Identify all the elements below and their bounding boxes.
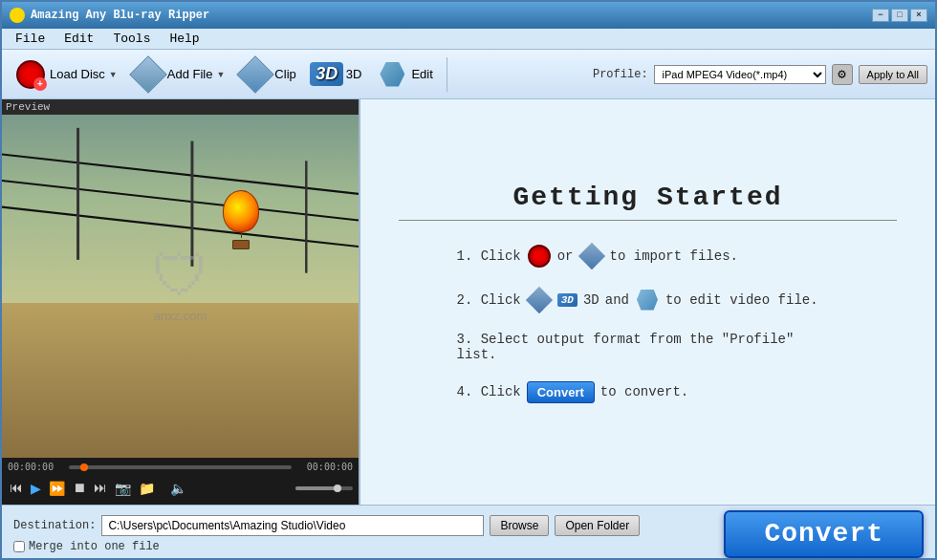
clip-label: Clip [274,67,295,81]
3d-badge: 3D [310,62,343,86]
step-2-edit-icon [635,288,660,312]
step-2-text: to edit video file. [665,292,839,308]
merge-checkbox[interactable] [13,541,25,552]
play-button[interactable]: ▶ [29,476,43,501]
skip-back-button[interactable]: ⏮ [8,479,25,498]
volume-slider[interactable] [295,486,353,490]
time-slider-row: 00:00:00 00:00:00 [8,462,353,472]
mute-button[interactable]: 🔈 [168,479,188,499]
load-disc-label: Load Disc [50,67,105,81]
load-disc-icon [15,59,46,90]
app-title: Amazing Any Blu-ray Ripper [31,9,872,22]
merge-label: Merge into one file [29,540,160,553]
folder-button[interactable]: 📁 [137,479,157,499]
title-bar: Amazing Any Blu-ray Ripper − □ × [2,2,935,29]
getting-started-title: Getting Started [512,183,782,212]
balloon-basket [232,240,250,249]
clip-icon-small [526,286,553,312]
step-3: 3. Select output format from the "Profil… [457,332,839,362]
clip-icon [240,59,271,90]
preview-label: Preview [2,99,359,115]
next-frame-button[interactable]: ⏭ [92,479,109,498]
menu-help[interactable]: Help [160,30,208,48]
left-bottom-area: Destination: Browse Open Folder Merge in… [13,515,716,553]
destination-path-input[interactable] [101,515,484,536]
restore-button[interactable]: □ [891,9,908,22]
preview-panel: Preview 🛡 anxz.com [2,99,360,505]
main-content: Preview 🛡 anxz.com [2,99,935,505]
title-underline [399,220,897,221]
profile-select[interactable]: iPad MPEG4 Video(*.mp4) [654,65,826,84]
step-1-num: 1. Click [457,248,521,264]
convert-button[interactable]: Convert [724,510,924,558]
edit-icon-small [637,290,658,311]
close-button[interactable]: × [910,9,927,22]
load-disc-button[interactable]: Load Disc ▼ [10,55,123,94]
disc-icon-small [528,245,551,268]
convert-inline-button[interactable]: Convert [527,381,595,403]
settings-button[interactable]: ⚙ [832,64,853,85]
apply-all-button[interactable]: Apply to All [859,65,927,84]
fast-forward-button[interactable]: ⏩ [47,479,67,499]
seek-bar[interactable] [69,465,292,469]
step-4-num: 4. Click [457,384,521,399]
edit-button[interactable]: Edit [371,55,438,94]
balloon-body [223,190,259,232]
minimize-button[interactable]: − [872,9,889,22]
destination-label: Destination: [13,519,96,532]
playback-bar: 00:00:00 00:00:00 ⏮ ▶ ⏩ ⏹ ⏭ 📷 📁 🔈 [2,458,359,505]
right-panel: Getting Started 1. Click or to import fi… [360,99,935,505]
destination-row: Destination: Browse Open Folder [13,515,716,536]
profile-label: Profile: [593,68,648,81]
add-file-button[interactable]: Add File ▼ [127,55,231,94]
step-1-file-icon [579,244,604,269]
volume-thumb[interactable] [334,485,341,492]
open-folder-button[interactable]: Open Folder [555,515,640,536]
seek-thumb[interactable] [80,463,88,471]
window-controls: − □ × [872,9,927,22]
menu-file[interactable]: File [6,30,54,48]
snapshot-button[interactable]: 📷 [113,479,133,499]
toolbar: Load Disc ▼ Add File ▼ Clip 3D 3D Edit P… [2,50,935,99]
merge-row: Merge into one file [13,540,716,553]
step-2-and: and [605,292,629,308]
load-disc-arrow: ▼ [109,70,118,79]
profile-area: Profile: iPad MPEG4 Video(*.mp4) ⚙ Apply… [593,64,927,85]
step-2-3d-icon: 3D [557,293,577,307]
clip-diamond-icon [237,55,275,94]
3d-button[interactable]: 3D 3D [306,55,368,94]
power-lines [2,115,359,458]
app-icon [10,8,25,23]
edit-label: Edit [411,67,432,81]
diamond-icon-small [577,242,604,269]
step-2-clip-icon [527,288,552,312]
3d-label: 3D [346,67,362,81]
add-file-arrow: ▼ [216,70,225,79]
step-1-disc-icon [527,244,552,269]
preview-video: 🛡 anxz.com [2,115,359,458]
step-1-text: to import files. [610,248,839,264]
menu-tools[interactable]: Tools [103,30,160,48]
add-file-label: Add File [167,67,213,81]
disc-icon [16,60,45,89]
step-3-text: 3. Select output format from the "Profil… [457,332,839,362]
balloon-rope [241,232,242,238]
hot-air-balloon [223,190,259,249]
step-2-num: 2. Click [457,292,521,308]
step-1-or: or [557,248,574,264]
stop-button[interactable]: ⏹ [71,479,88,498]
browse-button[interactable]: Browse [490,515,549,536]
diamond-icon [129,55,167,94]
playback-controls: ⏮ ▶ ⏩ ⏹ ⏭ 📷 📁 🔈 [8,476,353,501]
step-1: 1. Click or to import files. [457,244,839,269]
step-4-text: to convert. [600,384,839,399]
edit-icon [377,59,407,90]
menu-edit[interactable]: Edit [54,30,103,48]
time-current: 00:00:00 [8,462,65,472]
clip-button[interactable]: Clip [234,55,301,94]
step-4: 4. Click Convert to convert. [457,381,839,403]
step-2: 2. Click 3D 3D and to edit video file. [457,288,839,312]
3d-icon: 3D [312,59,342,90]
bottom-bar: Destination: Browse Open Folder Merge in… [2,505,935,560]
edit-hex-icon [380,62,404,87]
